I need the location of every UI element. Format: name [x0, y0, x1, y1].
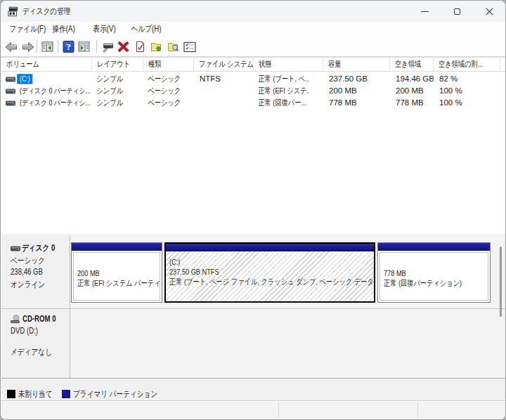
column-header-text: ボリューム: [6, 58, 39, 71]
column-header-text: 状態: [259, 58, 271, 71]
partition-name-line: (C:): [169, 257, 333, 267]
disk-name: ディスク 0: [22, 242, 55, 254]
explore-folder-button[interactable]: [167, 40, 180, 53]
cell-filesystem: [194, 97, 254, 109]
maximize-button[interactable]: [441, 1, 473, 22]
toolbar: ?: [1, 37, 505, 58]
volume-list-header: ボリューム レイアウト 種類 ファイル システム 状態 容量 空き領域 空き領域…: [1, 58, 506, 72]
cell-free-space: 194.46 GB: [390, 73, 434, 85]
toolbar-separator: [37, 40, 37, 53]
cell-filesystem: NTFS: [194, 73, 254, 85]
help-button[interactable]: ?: [62, 40, 75, 53]
partition-c[interactable]: (C:) 237.50 GB NTFS 正常 (ブート, ページ ファイル, ク…: [164, 242, 375, 303]
cdrom-0-row: CD-ROM 0 DVD (D:) メディアなし: [1, 309, 506, 378]
volume-list: ボリューム レイアウト 種類 ファイル システム 状態 容量 空き領域 空き領域…: [1, 58, 506, 234]
cdrom-kind: DVD (D:): [11, 326, 38, 336]
forward-button[interactable]: [21, 40, 34, 53]
cell-free-space: 778 MB: [390, 97, 434, 109]
status-bar-divider: [417, 402, 418, 417]
volume-name[interactable]: (ディスク 0 パーティシ...: [17, 98, 92, 108]
partition-name-line: [77, 258, 143, 268]
column-header-text: レイアウト: [97, 58, 130, 71]
window-title: ディスクの管理: [22, 1, 70, 22]
cell-status: 正常 (EFI システ...: [254, 85, 309, 97]
volume-row-c[interactable]: (C:) シンプル ベーシック NTFS 正常 (ブート, ペ... 237.5…: [1, 73, 506, 85]
disk-0-row: ディスク 0 ベーシック 238.46 GB オンライン 200 MB 正常 (…: [1, 235, 506, 309]
volume-row-recovery[interactable]: (ディスク 0 パーティシ... シンプル ベーシック 正常 (回復パー... …: [1, 97, 506, 109]
open-folder-button[interactable]: [150, 40, 163, 53]
column-header-text: ファイル システム: [199, 58, 254, 71]
cell-layout: シンプル: [92, 73, 133, 85]
column-header-text: 容量: [328, 58, 341, 71]
disk-state: オンライン: [11, 279, 45, 291]
options-list-button[interactable]: [183, 40, 196, 53]
check-volume-button[interactable]: [134, 40, 147, 53]
partition-efi[interactable]: 200 MB 正常 (EFI システム パーティション): [71, 242, 162, 303]
column-header-filesystem[interactable]: ファイル システム: [194, 58, 254, 72]
cell-type: ベーシック: [143, 85, 184, 97]
volume-name[interactable]: (C:): [17, 74, 33, 84]
explore-folder-icon: [167, 41, 180, 53]
cdrom-0-label[interactable]: CD-ROM 0 DVD (D:) メディアなし: [2, 309, 70, 378]
disk-0-label[interactable]: ディスク 0 ベーシック 238.46 GB オンライン: [2, 235, 70, 308]
column-header-free-space[interactable]: 空き領域: [390, 58, 434, 72]
show-action-pane-button[interactable]: [77, 40, 91, 53]
column-header-capacity[interactable]: 容量: [323, 58, 390, 72]
close-icon: [486, 8, 493, 15]
forward-icon: [22, 41, 34, 53]
partition-color-bar: [378, 243, 490, 251]
show-action-pane-icon: [78, 41, 90, 53]
show-console-tree-button[interactable]: [41, 40, 54, 53]
partition-status-line: 正常 (EFI システム パーティション): [77, 278, 143, 288]
rescan-disks-button[interactable]: [100, 40, 114, 53]
back-button[interactable]: [4, 40, 18, 53]
check-volume-icon: [134, 41, 146, 53]
disk-size: 238.46 GB: [11, 267, 43, 277]
partition-recovery[interactable]: 778 MB 正常 (回復パーティション): [377, 242, 491, 303]
column-header-layout[interactable]: レイアウト: [92, 58, 143, 72]
back-icon: [5, 41, 18, 53]
column-header-status[interactable]: 状態: [254, 58, 323, 72]
partition-status-line: 正常 (ブート, ページ ファイル, クラッシュ ダンプ, ベーシック データ …: [169, 277, 333, 287]
disk-icon: [11, 245, 20, 252]
options-list-icon: [183, 41, 196, 53]
legend-swatch-unallocated: [7, 390, 15, 398]
menu-action[interactable]: 操作(A): [51, 22, 76, 37]
delete-volume-button[interactable]: [117, 40, 130, 53]
column-header-free-pct[interactable]: 空き領域の割...: [434, 58, 500, 72]
column-header-text: 空き領域の割...: [439, 58, 483, 71]
partition-color-bar: [72, 243, 162, 251]
menu-view[interactable]: 表示(V): [92, 22, 117, 37]
column-header-filler: [500, 58, 506, 72]
menu-help[interactable]: ヘルプ(H): [130, 22, 162, 37]
rescan-disks-icon: [101, 41, 114, 53]
cell-type: ベーシック: [143, 73, 184, 85]
cell-filler: [500, 85, 506, 97]
volume-name[interactable]: (ディスク 0 パーティシ...: [17, 86, 92, 96]
disk-graphical-pane: ディスク 0 ベーシック 238.46 GB オンライン 200 MB 正常 (…: [1, 234, 506, 379]
cell-layout: シンプル: [92, 85, 133, 97]
cell-capacity: 778 MB: [323, 97, 390, 109]
cell-free-pct: 100 %: [434, 97, 500, 109]
partition-color-bar: [166, 244, 374, 251]
column-header-type[interactable]: 種類: [143, 58, 194, 72]
title-bar: ディスクの管理: [1, 1, 505, 22]
cell-free-pct: 100 %: [434, 85, 500, 97]
cdrom-state: メディアなし: [11, 346, 52, 358]
delete-volume-icon: [117, 41, 129, 53]
vertical-scrollbar-thumb[interactable]: [500, 247, 502, 317]
partition-size-line: 778 MB: [384, 268, 467, 278]
partition-name-line: [384, 258, 467, 268]
menu-file[interactable]: ファイル(F): [8, 22, 47, 37]
cell-status: 正常 (ブート, ペ...: [254, 73, 309, 85]
minimize-button[interactable]: [408, 1, 441, 22]
volume-row-efi[interactable]: (ディスク 0 パーティシ... シンプル ベーシック 正常 (EFI システ.…: [1, 85, 506, 97]
volume-icon: [6, 88, 15, 95]
cell-filler: [500, 73, 506, 85]
cell-filesystem: [194, 85, 254, 97]
disk-kind: ベーシック: [11, 255, 45, 267]
cell-free-pct: 82 %: [434, 73, 500, 85]
partition-status-line: 正常 (回復パーティション): [384, 278, 467, 288]
close-button[interactable]: [473, 1, 505, 22]
column-header-volume[interactable]: ボリューム: [1, 58, 92, 72]
